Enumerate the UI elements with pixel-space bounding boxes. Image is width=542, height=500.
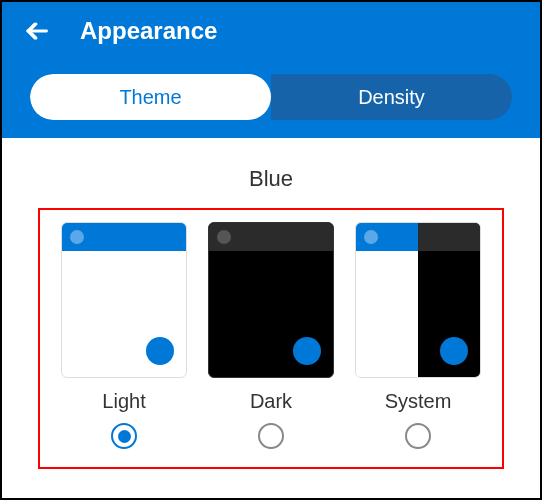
radio-light[interactable] — [111, 423, 137, 449]
theme-option-system[interactable]: System — [348, 222, 488, 449]
back-arrow-icon[interactable] — [22, 17, 50, 45]
theme-option-system-label: System — [385, 390, 452, 413]
preview-light-icon — [61, 222, 187, 378]
color-section-label: Blue — [2, 166, 540, 192]
tab-bar: Theme Density — [2, 60, 540, 138]
theme-option-light-label: Light — [102, 390, 145, 413]
tab-theme[interactable]: Theme — [30, 74, 271, 120]
tab-density[interactable]: Density — [271, 74, 512, 120]
theme-option-dark[interactable]: Dark — [201, 222, 341, 449]
app-header: Appearance — [2, 2, 540, 60]
preview-system-icon — [355, 222, 481, 378]
theme-option-dark-label: Dark — [250, 390, 292, 413]
radio-dark[interactable] — [258, 423, 284, 449]
tab-theme-label: Theme — [119, 86, 181, 109]
theme-option-light[interactable]: Light — [54, 222, 194, 449]
radio-system[interactable] — [405, 423, 431, 449]
preview-dark-icon — [208, 222, 334, 378]
theme-options-group: Light Dark System — [38, 208, 504, 469]
tab-density-label: Density — [358, 86, 425, 109]
page-title: Appearance — [80, 17, 217, 45]
